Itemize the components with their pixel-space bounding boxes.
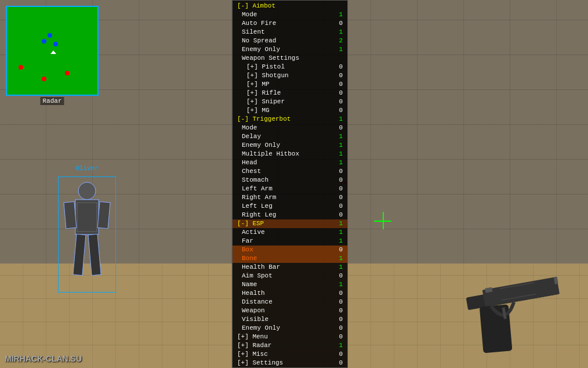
menu-item-label: Right Leg	[242, 211, 276, 219]
menu-item-value: 1	[336, 142, 343, 149]
player-name-label: Oliver	[75, 165, 99, 172]
radar-player-main	[50, 50, 56, 54]
menu-item-label: Distance	[242, 298, 273, 306]
menu-item[interactable]: Health0	[233, 289, 347, 298]
radar-panel: Radar	[6, 6, 99, 96]
menu-item-value: 1	[336, 229, 343, 236]
menu-item-value: 0	[336, 351, 343, 358]
radar-enemy-1	[19, 65, 23, 70]
menu-item[interactable]: Visible0	[233, 315, 347, 324]
menu-item[interactable]: Auto Fire0	[233, 19, 347, 28]
menu-item[interactable]: Right Arm0	[233, 193, 347, 202]
menu-item-label: Chest	[242, 168, 261, 175]
menu-item[interactable]: [+] Settings0	[233, 359, 347, 367]
menu-item[interactable]: Head1	[233, 158, 347, 167]
radar-enemy-3	[42, 77, 46, 81]
menu-item-label: [+] Menu	[237, 333, 268, 341]
menu-item[interactable]: Box0	[233, 246, 347, 254]
menu-item-label: Head	[242, 159, 257, 167]
menu-item-value: 0	[336, 307, 343, 315]
menu-item-label: Enemy Only	[242, 46, 280, 53]
menu-item-value: 1	[336, 159, 343, 167]
menu-item-value	[336, 2, 343, 10]
menu-item[interactable]: Mode0	[233, 124, 347, 132]
menu-item[interactable]: [+] Rifle0	[233, 89, 347, 98]
menu-item[interactable]: [+] MG0	[233, 106, 347, 115]
menu-item[interactable]: Bone1	[233, 254, 347, 263]
svg-rect-3	[97, 201, 110, 228]
menu-item[interactable]: Enemy Only1	[233, 45, 347, 54]
menu-item-value: 0	[336, 98, 343, 106]
menu-item[interactable]: Enemy Only0	[233, 324, 347, 333]
menu-item-label: Left Arm	[242, 185, 273, 193]
menu-item-value: 0	[336, 298, 343, 306]
menu-item-value: 1	[336, 342, 343, 349]
menu-item[interactable]: Multiple Hitbox1	[233, 150, 347, 158]
menu-item-label: [+] Sniper	[246, 98, 285, 106]
menu-item-label: [+] Radar	[237, 342, 271, 349]
menu-item-label: [+] Settings	[237, 359, 283, 367]
menu-item[interactable]: No Spread2	[233, 37, 347, 45]
menu-item[interactable]: [-] Triggerbot1	[233, 115, 347, 124]
menu-item[interactable]: [-] Aimbot	[233, 2, 347, 10]
menu-item-value: 0	[336, 272, 343, 280]
menu-item[interactable]: [+] Sniper0	[233, 98, 347, 106]
menu-item[interactable]: [+] Menu0	[233, 333, 347, 341]
menu-item[interactable]: Active1	[233, 228, 347, 237]
menu-item[interactable]: Enemy Only1	[233, 141, 347, 150]
menu-item-label: Weapon	[242, 307, 265, 315]
menu-item[interactable]: Left Arm0	[233, 185, 347, 193]
menu-item-value: 0	[336, 246, 343, 254]
menu-item-label: [+] MP	[246, 81, 270, 88]
menu-item[interactable]: Delay1	[233, 132, 347, 141]
menu-item[interactable]: Name1	[233, 280, 347, 289]
radar-enemy-2	[65, 71, 70, 75]
crosshair-vertical	[383, 212, 384, 229]
menu-item[interactable]: Weapon0	[233, 306, 347, 315]
menu-item[interactable]: Left Leg0	[233, 202, 347, 211]
menu-item-value: 0	[336, 324, 343, 332]
menu-item-label: Mode	[242, 11, 257, 19]
menu-item-value: 0	[336, 89, 343, 97]
menu-item-value: 0	[336, 124, 343, 132]
menu-item-label: [+] Rifle	[246, 89, 281, 97]
menu-item[interactable]: Health Bar1	[233, 263, 347, 272]
menu-item-label: Bone	[242, 255, 257, 262]
menu-item[interactable]: [-] ESP1	[233, 219, 347, 228]
menu-item[interactable]: [+] Pistol0	[233, 63, 347, 71]
menu-item-label: [+] Shotgun	[246, 72, 289, 80]
menu-item[interactable]: Silent1	[233, 28, 347, 37]
menu-item[interactable]: Weapon Settings	[233, 54, 347, 63]
player-figure-svg	[58, 176, 116, 293]
menu-item[interactable]: Aim Spot0	[233, 272, 347, 280]
menu-item[interactable]: Mode1	[233, 10, 347, 19]
radar-dot-2	[53, 42, 58, 46]
menu-item[interactable]: Distance0	[233, 298, 347, 306]
watermark-text: MIRHACK-CLAN.SU	[5, 354, 82, 363]
menu-item-label: Silent	[242, 28, 265, 36]
menu-item[interactable]: Chest0	[233, 167, 347, 176]
cheat-menu-panel[interactable]: [-] AimbotMode1Auto Fire0Silent1No Sprea…	[232, 0, 348, 368]
menu-item-label: Far	[242, 237, 253, 245]
menu-item-value: 1	[336, 264, 343, 271]
menu-item-label: Name	[242, 281, 257, 288]
menu-item-label: Mode	[242, 124, 257, 132]
menu-item-value: 1	[336, 11, 343, 19]
menu-item[interactable]: [+] Misc0	[233, 350, 347, 359]
menu-item[interactable]: [+] Shotgun0	[233, 71, 347, 80]
svg-rect-5	[88, 234, 101, 275]
menu-item-value: 1	[336, 133, 343, 140]
radar-dot-1	[42, 39, 46, 44]
menu-item-value: 1	[336, 281, 343, 288]
menu-item-value: 0	[336, 211, 343, 219]
menu-item-value: 0	[336, 107, 343, 114]
menu-item[interactable]: [+] Radar1	[233, 341, 347, 350]
menu-item[interactable]: [+] MP0	[233, 80, 347, 89]
menu-item[interactable]: Stomach0	[233, 176, 347, 185]
menu-item-label: [-] ESP	[237, 220, 264, 228]
menu-item[interactable]: Far1	[233, 237, 347, 246]
menu-item-label: Enemy Only	[242, 324, 280, 332]
menu-item[interactable]: Right Leg0	[233, 211, 347, 219]
menu-item-label: Health Bar	[242, 264, 280, 271]
menu-item-label: Auto Fire	[242, 20, 276, 27]
